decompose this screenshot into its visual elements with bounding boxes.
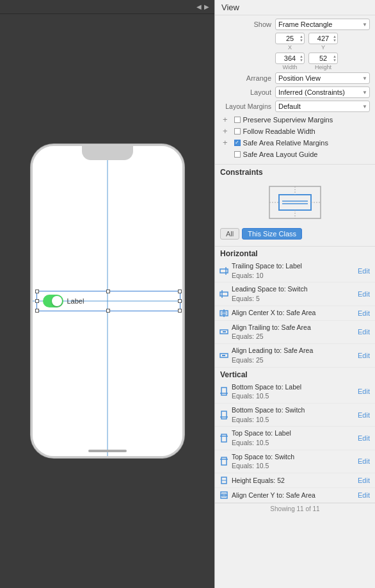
svg-rect-1	[279, 195, 311, 210]
width-field[interactable]: 364 ▲ ▼	[275, 53, 305, 64]
edit-button[interactable]: Edit	[356, 491, 371, 499]
height-label: Height	[315, 64, 331, 70]
tab-this-size-class[interactable]: This Size Class	[242, 228, 302, 240]
toggle-knob	[52, 296, 62, 306]
horizontal-group-title: Horizontal	[215, 247, 375, 259]
constraint-icon-bottom-label	[219, 386, 229, 396]
arrange-label: Arrange	[220, 74, 271, 82]
checkbox-safe-relative[interactable]: ✓	[234, 140, 241, 146]
constraint-item: Leading Space to: Switch Equals: 5 Edit	[215, 282, 375, 306]
layout-label: Layout	[220, 88, 271, 96]
layout-margins-dropdown[interactable]: Default ▼	[275, 101, 370, 112]
constraint-text: Bottom Space to: Switch Equals: 10.5	[232, 405, 354, 424]
svg-rect-18	[222, 355, 225, 356]
constraint-text: Bottom Space to: Label Equals: 10.5	[232, 382, 354, 401]
edit-button[interactable]: Edit	[356, 290, 371, 298]
plus-preserve[interactable]: +	[223, 115, 228, 124]
show-dropdown[interactable]: Frame Rectangle ▼	[275, 19, 370, 30]
inspector-title: View	[215, 0, 375, 15]
height-coord-group: 52 ▲ ▼ Height	[308, 53, 338, 70]
wh-row: 364 ▲ ▼ Width 52 ▲ ▼ Height	[275, 53, 370, 70]
show-dropdown-arrow: ▼	[362, 22, 367, 28]
layout-margins-dropdown-arrow: ▼	[362, 104, 367, 110]
x-label: X	[288, 44, 292, 51]
checkbox-row-preserve: + Preserve Superview Margins	[223, 115, 370, 124]
handle-mr	[178, 299, 182, 303]
constraint-item: Top Space to: Label Equals: 10.5 Edit	[215, 427, 375, 450]
plus-safe-relative[interactable]: +	[223, 138, 228, 147]
layout-dropdown-arrow: ▼	[362, 90, 367, 95]
constraint-text: Top Space to: Switch Equals: 10.5	[232, 452, 354, 471]
constraint-item: Align Center Y to: Safe Area Edit	[215, 488, 375, 503]
edit-button[interactable]: Edit	[356, 352, 371, 359]
constraint-list-section: Horizontal Trailing Space to: Label Equa…	[215, 247, 375, 588]
constraint-item: Trailing Space to: Label Equals: 10 Edit	[215, 259, 375, 282]
checkbox-row-safe-relative: + ✓ Safe Area Relative Margins	[223, 138, 370, 147]
y-label: Y	[321, 44, 325, 51]
constraint-icon-center-y	[219, 490, 229, 500]
widget-label: Label	[67, 297, 84, 305]
svg-rect-23	[221, 434, 227, 442]
svg-rect-21	[221, 411, 227, 419]
edit-button[interactable]: Edit	[356, 411, 371, 419]
constraint-text: Top Space to: Label Equals: 10.5	[232, 429, 354, 447]
svg-rect-16	[223, 331, 226, 332]
edit-button[interactable]: Edit	[356, 457, 371, 465]
arrange-dropdown[interactable]: Position View ▼	[275, 72, 370, 84]
constraint-text: Leading Space to: Switch Equals: 5	[232, 284, 354, 303]
checkbox-preserve[interactable]	[234, 117, 241, 123]
handle-bl	[35, 309, 39, 313]
toggle-switch[interactable]	[43, 295, 63, 307]
tab-all[interactable]: All	[220, 228, 239, 240]
height-field[interactable]: 52 ▲ ▼	[308, 53, 338, 64]
checkbox-safe-layout[interactable]	[234, 151, 241, 158]
layout-dropdown[interactable]: Inferred (Constraints) ▼	[275, 86, 370, 98]
constraint-icon-align-trailing	[219, 327, 229, 337]
constraint-icon-leading	[219, 289, 229, 299]
constraint-item: Align Trailing to: Safe Area Equals: 25 …	[215, 321, 375, 344]
constraints-title: Constraints	[220, 168, 370, 177]
constraint-text: Align Leading to: Safe Area Equals: 25	[232, 346, 354, 364]
device-container: Label	[18, 14, 197, 588]
constraint-item: Bottom Space to: Label Equals: 10.5 Edit	[215, 380, 375, 404]
inspector-panel: View Show Frame Rectangle ▼ 25 ▲ ▼ X	[214, 0, 375, 588]
y-field[interactable]: 427 ▲ ▼	[308, 33, 338, 44]
layout-row: Layout Inferred (Constraints) ▼	[220, 86, 370, 98]
edit-button[interactable]: Edit	[356, 477, 371, 484]
next-arrow[interactable]: ▶	[204, 3, 209, 10]
prev-arrow[interactable]: ◀	[196, 3, 202, 10]
constraint-icon-trailing	[219, 266, 229, 276]
checkbox-safe-layout-label: Safe Area Layout Guide	[243, 151, 318, 158]
iphone-frame: Label	[31, 144, 184, 458]
checkbox-row-follow: + Follow Readable Width	[223, 126, 370, 136]
showing-label: Showing 11 of 11	[215, 503, 375, 514]
edit-button[interactable]: Edit	[356, 328, 371, 336]
svg-rect-25	[221, 457, 227, 465]
constraint-text: Align Trailing to: Safe Area Equals: 25	[232, 323, 354, 341]
checkbox-follow-label: Follow Readable Width	[243, 127, 315, 135]
x-coord-group: 25 ▲ ▼ X	[275, 33, 305, 51]
x-field[interactable]: 25 ▲ ▼	[275, 33, 305, 44]
width-coord-group: 364 ▲ ▼ Width	[275, 53, 305, 70]
constraint-text: Align Center X to: Safe Area	[232, 308, 354, 318]
edit-button[interactable]: Edit	[356, 309, 371, 317]
handle-bm	[106, 309, 110, 313]
svg-rect-19	[221, 388, 227, 395]
arrange-row: Arrange Position View ▼	[220, 72, 370, 84]
constraint-item: Bottom Space to: Switch Equals: 10.5 Edi…	[215, 404, 375, 427]
constraint-text: Align Center Y to: Safe Area	[232, 491, 354, 500]
edit-button[interactable]: Edit	[356, 267, 371, 275]
constraint-text: Trailing Space to: Label Equals: 10	[232, 261, 354, 280]
edit-button[interactable]: Edit	[356, 388, 371, 395]
constraint-item: Top Space to: Switch Equals: 10.5 Edit	[215, 450, 375, 473]
width-arrows: ▲ ▼	[299, 53, 303, 63]
x-arrows: ▲ ▼	[299, 33, 303, 44]
height-arrows: ▲ ▼	[333, 53, 337, 63]
handle-tl	[35, 290, 39, 293]
plus-follow[interactable]: +	[223, 126, 228, 136]
checkbox-follow[interactable]	[234, 128, 241, 135]
layout-margins-label: Layout Margins	[220, 102, 271, 110]
edit-button[interactable]: Edit	[356, 434, 371, 442]
constraint-icon-height	[219, 475, 229, 486]
canvas-panel: ◀ ▶	[0, 0, 214, 588]
